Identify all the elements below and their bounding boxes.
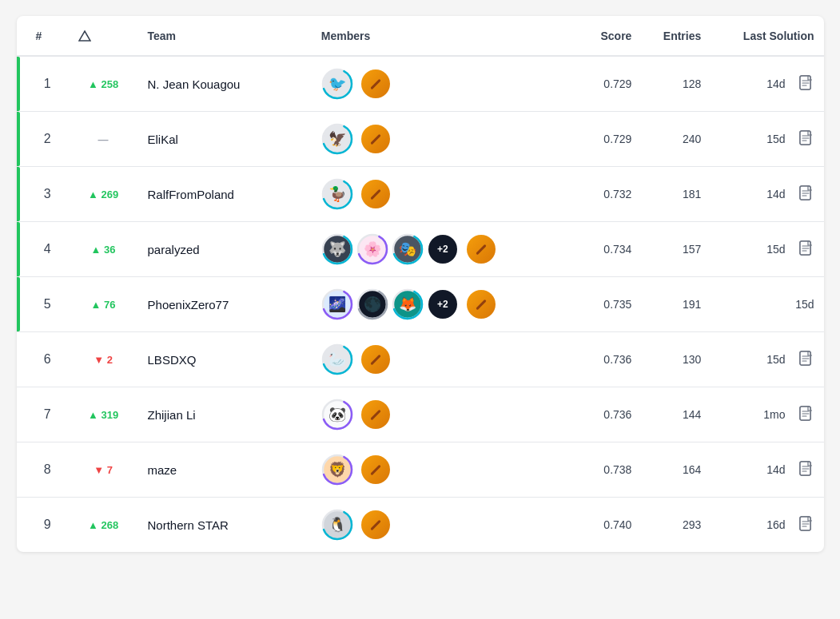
delta-up: ▲ 268 <box>88 519 118 531</box>
members-td: 🌌 🌑 🦊 +2 <box>312 277 555 332</box>
entries-cell: 164 <box>641 442 711 498</box>
rank-number: 6 <box>44 352 51 366</box>
col-team: Team <box>138 16 312 56</box>
rank-number: 2 <box>44 132 51 145</box>
avatar: 🦆 <box>321 178 353 210</box>
score-cell: 0.736 <box>555 332 642 387</box>
team-cell: EliKal <box>138 112 312 167</box>
delta-cell: ▲ 36 <box>69 222 138 277</box>
members-td: 🐺 🌸 🎭 +2 <box>312 222 555 277</box>
team-name: Northern STAR <box>148 518 229 532</box>
entries-cell: 191 <box>641 277 711 332</box>
delta-up: ▲ 76 <box>91 299 116 311</box>
entries-cell: 157 <box>641 222 711 277</box>
last-solution-time: 15d <box>766 353 785 366</box>
team-cell: RalfFromPoland <box>138 167 312 222</box>
avatar: 🐼 <box>321 399 353 431</box>
score-cell: 0.738 <box>555 442 642 498</box>
last-solution-time: 14d <box>766 77 785 90</box>
rank-cell: 3 <box>17 167 69 222</box>
leaderboard-table: # Team Members Score Entries Last Soluti… <box>17 16 824 552</box>
members-cell: 🦆 <box>321 178 545 210</box>
rank-number: 9 <box>44 518 51 531</box>
delta-cell: — <box>69 112 138 167</box>
rank-cell: 6 <box>17 332 69 387</box>
members-cell: 🐺 🌸 🎭 +2 <box>321 233 545 265</box>
avatar: 🌸 <box>356 233 388 265</box>
last-solution-cell: 16d <box>711 498 823 553</box>
table-header-row: # Team Members Score Entries Last Soluti… <box>17 16 824 56</box>
green-bar <box>17 167 20 221</box>
delta-cell: ▲ 269 <box>69 167 138 222</box>
solution-doc-icon[interactable] <box>798 130 814 148</box>
last-solution-cell: 14d <box>711 56 823 112</box>
last-solution-time: 14d <box>766 463 785 476</box>
table-row: 3 ▲ 269 RalfFromPoland 🦆 0.732 181 14d <box>17 167 824 222</box>
delta-cell: ▼ 7 <box>69 442 138 498</box>
avatar: 🦊 <box>392 288 424 320</box>
solution-doc-icon[interactable] <box>798 351 814 368</box>
green-bar <box>17 112 20 166</box>
solution-doc-icon[interactable] <box>798 461 814 478</box>
last-solution-time: 14d <box>766 188 785 200</box>
last-solution-time: 16d <box>766 518 785 531</box>
rank-cell: 9 <box>17 498 69 553</box>
last-solution-cell: 15d <box>711 277 823 332</box>
table-row: 6 ▼ 2 LBSDXQ 🦢 0.736 130 15d <box>17 332 824 387</box>
team-cell: LBSDXQ <box>138 332 312 387</box>
team-name: paralyzed <box>148 243 200 256</box>
rank-number: 5 <box>44 297 51 311</box>
avatar: 🐧 <box>321 509 353 541</box>
entries-cell: 181 <box>641 167 711 222</box>
table-row: 9 ▲ 268 Northern STAR 🐧 0.740 293 16d <box>17 498 824 553</box>
avatar: 🦅 <box>321 123 353 155</box>
leaderboard-container: # Team Members Score Entries Last Soluti… <box>17 16 824 552</box>
rank-cell: 2 <box>17 112 69 167</box>
col-members: Members <box>312 16 555 56</box>
members-cell: 🐧 <box>321 509 545 541</box>
plus-badge: +2 <box>428 290 457 319</box>
solution-doc-icon[interactable] <box>798 516 814 534</box>
green-bar <box>17 277 20 331</box>
solution-doc-icon[interactable] <box>798 185 814 203</box>
team-name: maze <box>148 463 177 477</box>
solution-doc-icon[interactable] <box>798 406 814 423</box>
score-cell: 0.735 <box>555 277 642 332</box>
gold-medal <box>361 400 390 429</box>
solution-doc-icon[interactable] <box>798 240 814 258</box>
delta-neutral: — <box>98 133 109 145</box>
delta-cell: ▼ 2 <box>69 332 138 387</box>
rank-cell: 7 <box>17 387 69 442</box>
table-row: 2 — EliKal 🦅 0.729 240 15d <box>17 112 824 167</box>
gold-medal <box>467 235 496 264</box>
rank-number: 4 <box>44 242 51 256</box>
last-solution-time: 15d <box>766 243 785 256</box>
col-delta <box>69 16 138 56</box>
rank-cell: 1 <box>17 56 69 112</box>
team-cell: Zhijian Li <box>138 387 312 442</box>
green-bar <box>17 222 20 276</box>
delta-up: ▲ 319 <box>88 409 118 421</box>
col-entries: Entries <box>641 16 711 56</box>
svg-marker-0 <box>79 31 90 41</box>
delta-down: ▼ 7 <box>94 464 113 476</box>
rank-number: 1 <box>44 77 51 90</box>
table-row: 4 ▲ 36 paralyzed 🐺 🌸 <box>17 222 824 277</box>
score-cell: 0.736 <box>555 387 642 442</box>
members-td: 🦅 <box>312 112 555 167</box>
members-cell: 🐦 <box>321 68 545 100</box>
entries-cell: 128 <box>641 56 711 112</box>
team-cell: maze <box>138 442 312 498</box>
score-cell: 0.729 <box>555 56 642 112</box>
delta-up: ▲ 258 <box>88 78 118 90</box>
members-cell: 🦅 <box>321 123 545 155</box>
solution-doc-icon[interactable] <box>798 75 814 93</box>
members-td: 🦆 <box>312 167 555 222</box>
gold-medal <box>361 510 390 539</box>
table-row: 8 ▼ 7 maze 🦁 0.738 164 14d <box>17 442 824 498</box>
last-solution-cell: 15d <box>711 222 823 277</box>
team-cell: Northern STAR <box>138 498 312 553</box>
members-td: 🦁 <box>312 442 555 498</box>
avatar: 🌌 <box>321 288 353 320</box>
score-cell: 0.740 <box>555 498 642 553</box>
